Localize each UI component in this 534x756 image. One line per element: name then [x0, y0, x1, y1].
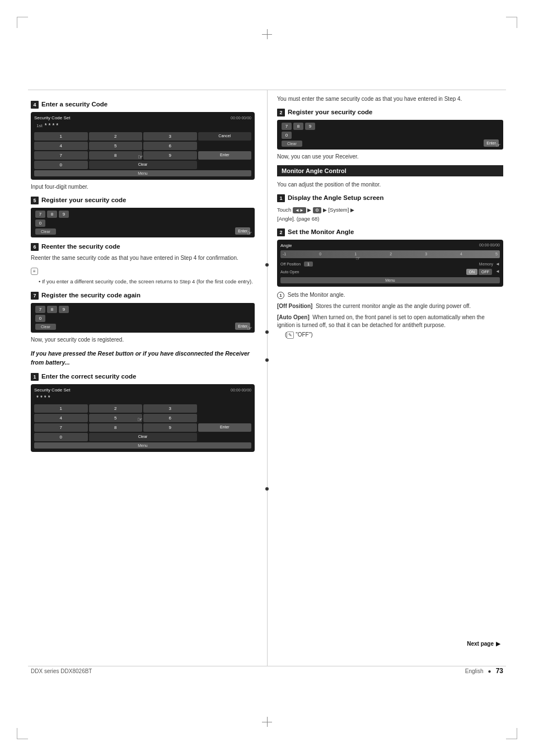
desc-1-text: Sets the Monitor angle. — [288, 292, 345, 298]
angle-slider[interactable]: -1 0 1 ☞ 2 3 4 5 — [280, 250, 500, 258]
s1b-key-empty — [198, 404, 252, 413]
step4-keypad: 1 2 3 Cancel 4 5 6 7 8 ☞ 9 Enter 0 Clear — [34, 132, 251, 169]
key-clear-s4[interactable]: Clear — [89, 161, 197, 169]
key-0[interactable]: 0 — [34, 161, 88, 169]
off-note-icon: ✎ — [287, 332, 294, 339]
step1b-heading: 1 Enter the correct security code — [31, 373, 255, 381]
monitor-intro: You can adjust the position of the monit… — [277, 181, 503, 189]
step4-heading: 4 Enter a security Code — [31, 101, 255, 109]
step5-key-0[interactable]: 0 — [35, 220, 45, 227]
step1b-screen-header: Security Code Set 00:00·00/00 — [34, 388, 251, 393]
angle-screen: Angle 00:00·00/00 -1 0 1 ☞ 2 3 4 5 — [277, 240, 503, 287]
step5-screen: 7 8 9 0 Clear Enter ☞ — [31, 208, 255, 237]
step1r-heading: 1 Display the Angle Setup screen — [277, 194, 503, 202]
step6-number: 6 — [31, 243, 39, 251]
memory-label: Memory — [479, 262, 493, 266]
key-4[interactable]: 4 — [34, 142, 88, 150]
key-enter-s4[interactable]: Enter — [198, 151, 252, 160]
step5-clear[interactable]: Clear — [35, 228, 56, 235]
key-3[interactable]: 3 — [143, 132, 197, 141]
desc-off-pos-line: [Off Position] Stores the current monito… — [277, 302, 503, 310]
desc-1-num: 1 — [277, 292, 284, 299]
step4-caption: Input four-digit number. — [31, 183, 255, 191]
step2r-clear-row: Clear — [282, 141, 315, 147]
step7-keys: 7 8 9 0 Clear — [35, 306, 69, 330]
s1b-key-clear[interactable]: Clear — [89, 433, 197, 441]
s1b-key-5[interactable]: 5 ☞ — [89, 414, 143, 422]
step7-zero-row: 0 — [35, 315, 69, 322]
step1b-screen-title: Security Code Set — [34, 388, 70, 393]
s1b-key-6[interactable]: 6 — [143, 414, 197, 422]
step6-heading: 6 Reenter the security code — [31, 243, 255, 251]
step5-zero-row: 0 — [35, 220, 69, 227]
key-2[interactable]: 2 — [89, 132, 143, 141]
s1b-key-8[interactable]: 8 — [89, 423, 143, 432]
step7-key-0[interactable]: 0 — [35, 315, 45, 322]
on-button[interactable]: ON — [466, 269, 478, 275]
step7-clear-row: Clear — [35, 324, 69, 330]
page-footer: DDX series DDX8026BT English ● 73 — [31, 667, 503, 675]
step7-key-7[interactable]: 7 — [35, 306, 45, 313]
key-9[interactable]: 9 — [143, 151, 197, 160]
step7-enter[interactable]: Enter ☞ — [235, 323, 250, 330]
s1b-key-9[interactable]: 9 — [143, 423, 197, 432]
step1b-screen-time: 00:00·00/00 — [231, 388, 251, 392]
step5-enter[interactable]: Enter ☞ — [235, 227, 250, 235]
step7-clear[interactable]: Clear — [35, 324, 56, 330]
angle-tick-3: 3 — [425, 252, 427, 256]
step1b-screen: Security Code Set 00:00·00/00 **** 1 2 3… — [31, 384, 255, 452]
step6-body: Reenter the same security code as that y… — [31, 254, 255, 262]
desc-1-line: 1 Sets the Monitor angle. — [277, 291, 503, 299]
next-page-arrow: ▶ — [496, 641, 500, 647]
step7-key-9[interactable]: 9 — [59, 306, 69, 313]
step4-screen-title: Security Code Set — [34, 115, 70, 120]
step1b-title: Enter the correct security code — [41, 373, 136, 380]
step4-title: Enter a security Code — [41, 101, 107, 108]
footer-page: 73 — [496, 667, 503, 675]
step1b-screen-digits: **** — [34, 395, 251, 401]
angle-tick-5: 5 — [495, 252, 498, 256]
step7-key-8[interactable]: 8 — [47, 306, 57, 313]
footer-bullet: ● — [488, 668, 491, 674]
step5-key-8[interactable]: 8 — [47, 211, 57, 218]
step4-digit-dots: **** — [45, 123, 60, 129]
key-7[interactable]: 7 — [34, 151, 88, 160]
step2r-key-8[interactable]: 8 — [293, 123, 303, 130]
s1b-key-0[interactable]: 0 — [34, 433, 88, 441]
step2r-enter[interactable]: Enter ☞ — [484, 139, 499, 147]
step2r-heading: 2 Register your security code — [277, 109, 503, 116]
nav-angle-label: [Angle]. — [277, 216, 295, 222]
step4-screen-header: Security Code Set 00:00·00/00 — [34, 115, 251, 120]
off-button[interactable]: OFF — [479, 269, 492, 275]
s1b-key-2[interactable]: 2 — [89, 404, 143, 413]
step2r-key-9[interactable]: 9 — [305, 123, 315, 130]
s1b-key-4[interactable]: 4 — [34, 414, 88, 422]
s1b-key-7[interactable]: 7 — [34, 423, 88, 432]
step1r-nav: Touch ◄► ▶ ⚙ ▶ [System] ▶ [Angle]. (page… — [277, 206, 503, 223]
angle-arrow-right2: ◄ — [495, 269, 500, 275]
key-1[interactable]: 1 — [34, 132, 88, 141]
step5-key-9[interactable]: 9 — [59, 211, 69, 218]
step5-top-row: 7 8 9 — [35, 211, 69, 218]
step5-key-7[interactable]: 7 — [35, 211, 45, 218]
angle-tick-0: 0 — [319, 252, 321, 256]
step4-right-note: You must enter the same security code as… — [277, 95, 503, 103]
step2r-clear[interactable]: Clear — [282, 141, 302, 147]
auto-open-control: Auto Open ON OFF ◄ — [280, 269, 500, 275]
angle-menu: Menu — [280, 277, 500, 283]
key-6[interactable]: 6 — [143, 142, 197, 150]
key-5[interactable]: 5 — [89, 142, 143, 150]
desc-auto-open: [Auto Open] When turned on, the front pa… — [277, 314, 503, 339]
key-cancel[interactable]: Cancel — [198, 132, 252, 141]
s1b-key-enter[interactable]: Enter — [198, 423, 252, 432]
key-8[interactable]: 8 ☞ — [89, 151, 143, 160]
step5-heading: 5 Register your security code — [31, 197, 255, 204]
footer-series: DDX series DDX8026BT — [31, 668, 92, 674]
angle-tick-4: 4 — [460, 252, 462, 256]
s1b-key-3[interactable]: 3 — [143, 404, 197, 413]
step2r-key-7[interactable]: 7 — [282, 123, 292, 130]
nav-arrow-2: ▶ — [323, 207, 327, 213]
step2r-key-0[interactable]: 0 — [282, 132, 292, 139]
step2r-title: Register your security code — [288, 109, 372, 115]
s1b-key-1[interactable]: 1 — [34, 404, 88, 413]
